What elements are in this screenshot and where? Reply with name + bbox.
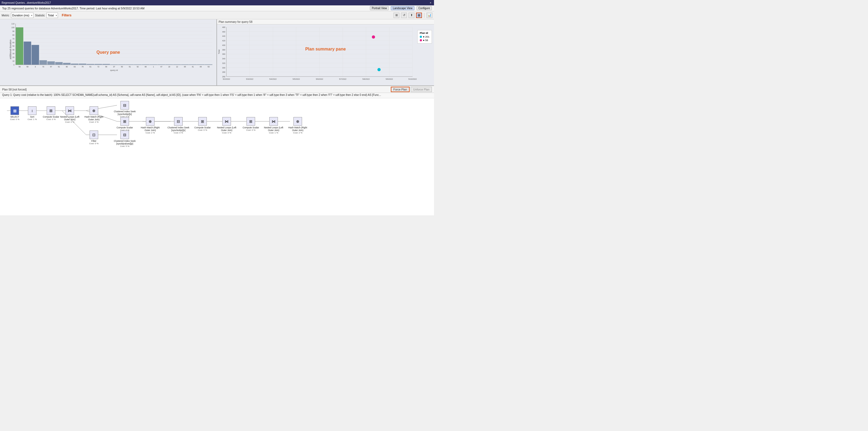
portrait-view-btn[interactable]: Portrait View — [370, 6, 389, 10]
svg-text:320: 320 — [222, 62, 225, 64]
svg-rect-58 — [142, 64, 149, 65]
plan-node-compute2[interactable]: ⊞Compute ScalarCost: 0 % — [113, 117, 137, 131]
svg-text:5/9/2022: 5/9/2022 — [386, 78, 393, 80]
plan-node-cost-nested1: Cost: 0 % — [65, 121, 74, 123]
plan-node-cost-sort: Cost: 1 % — [28, 118, 37, 121]
svg-rect-48 — [102, 64, 110, 65]
plan-node-icon-hashmatch3: ⊕ — [293, 117, 302, 126]
configure-btn[interactable]: Configure — [416, 6, 432, 10]
svg-text:query id: query id — [110, 69, 118, 71]
plan-node-cost-clustered3: Cost: 5 % — [120, 145, 129, 147]
svg-text:5/7/2022: 5/7/2022 — [339, 78, 346, 80]
svg-text:50: 50 — [121, 66, 123, 68]
svg-text:260: 260 — [222, 76, 225, 78]
landscape-view-btn[interactable]: Landscape View — [391, 6, 414, 10]
plan-node-cost-nested3: Cost: 1 % — [269, 132, 278, 134]
plan-node-icon-nested2: ⋈ — [222, 117, 231, 126]
svg-text:30: 30 — [12, 53, 14, 55]
svg-rect-50 — [110, 64, 118, 65]
svg-text:50: 50 — [12, 45, 14, 47]
plan-node-compute3[interactable]: ⊞Compute ScalarCost: 0 % — [190, 117, 215, 131]
plan-node-label-nested3: Nested Loops (Left Outer Join) — [261, 126, 286, 132]
svg-text:440: 440 — [222, 35, 225, 37]
plan-node-icon-hashmatch2: ⊕ — [146, 117, 155, 126]
plan-node-label-clustered1: Clustered Index Seek [sysclsobjs][s] — [113, 110, 137, 115]
main-content: additional duration 01020304050607080901… — [0, 19, 434, 216]
plan-node-cost-nested2: Cost: 0 % — [222, 132, 231, 134]
query-chart-area: additional duration 01020304050607080901… — [0, 19, 216, 80]
plan-node-icon-sort: ↕ — [28, 106, 36, 115]
svg-rect-42 — [79, 64, 86, 65]
svg-text:10: 10 — [168, 66, 170, 68]
scatter-svg: 2602803003203403603804004204404604805/2/… — [217, 24, 434, 85]
statistic-select-wrapper[interactable]: Total — [46, 12, 58, 18]
plan-info-text: Plan 58 [not forced] — [2, 88, 27, 91]
svg-text:5/4/2022: 5/4/2022 — [269, 78, 277, 80]
unforce-plan-button[interactable]: Unforce Plan — [411, 87, 432, 92]
svg-text:57: 57 — [50, 66, 52, 68]
svg-rect-72 — [197, 64, 205, 65]
statistic-label: Statistic — [35, 14, 45, 17]
plan-node-label-select: SELECT — [10, 115, 19, 118]
force-plan-button[interactable]: Force Plan — [391, 87, 410, 92]
plan-node-nested1[interactable]: ⋈Nested Loops (Left Outer Join)Cost: 0 % — [58, 106, 82, 123]
svg-text:75: 75 — [82, 66, 84, 68]
svg-rect-52 — [118, 64, 126, 65]
grid-icon-btn[interactable]: ⊞ — [394, 12, 399, 18]
svg-text:Total: Total — [218, 50, 220, 54]
top-info-text: Top 25 regressed queries for database Ad… — [2, 7, 144, 10]
export-icon-btn[interactable]: ⬆ — [408, 12, 414, 18]
plan-node-icon-clustered1: ⊟ — [120, 101, 129, 110]
filters-label: Filters — [62, 13, 71, 17]
close-button[interactable]: × — [429, 1, 432, 4]
plan-node-cost-select: Cost: 0 % — [10, 118, 20, 121]
window-title: Regressed Queries...dventureWorks2017 — [2, 1, 429, 4]
svg-text:63: 63 — [74, 66, 76, 68]
table-icon-btn[interactable]: ▦ — [416, 12, 422, 18]
toolbar: Metric Duration (ms) Statistic Total Fil… — [0, 11, 434, 19]
svg-text:300: 300 — [222, 67, 225, 69]
metric-select[interactable]: Duration (ms) — [11, 12, 34, 18]
plan-node-icon-hashmatch1: ⊕ — [90, 106, 98, 115]
refresh-icon-btn[interactable]: ↺ — [401, 12, 407, 18]
statistic-select[interactable]: Total — [46, 12, 58, 18]
plan-info-bar: Plan 58 [not forced] Force Plan Unforce … — [0, 86, 434, 93]
metric-select-wrapper[interactable]: Duration (ms) — [11, 12, 34, 18]
svg-text:5/6/2022: 5/6/2022 — [316, 78, 323, 80]
svg-text:90: 90 — [12, 30, 14, 32]
svg-rect-44 — [87, 64, 94, 65]
svg-rect-36 — [55, 62, 63, 65]
graphical-plan-pane[interactable]: Graphical query plan pane ▦SELECTCost: 0… — [0, 98, 434, 216]
plan-node-clustered3[interactable]: ⊟Clustered Index Seek [sysobjvalues][p]C… — [113, 131, 137, 147]
svg-text:41: 41 — [192, 66, 194, 68]
plan-actions: Force Plan Unforce Plan — [391, 87, 432, 92]
query-text-bar: Query 1: Query cost (relative to the bat… — [0, 93, 434, 98]
plan-node-hashmatch1[interactable]: ⊕Hash Match (Right Outer Join)Cost: 2 % — [82, 106, 106, 123]
bar-chart-icon-btn[interactable]: 📊 — [427, 12, 432, 18]
svg-rect-28 — [24, 41, 31, 65]
svg-text:91: 91 — [58, 66, 60, 68]
bar-chart-svg: 0102030405060708090100110585937357916063… — [8, 21, 214, 71]
plan-node-nested2[interactable]: ⋈Nested Loops (Left Outer Join)Cost: 0 % — [215, 117, 239, 134]
svg-text:100: 100 — [11, 27, 14, 28]
svg-rect-62 — [157, 64, 165, 65]
svg-text:5/10/2022: 5/10/2022 — [408, 78, 416, 80]
plan-node-cost-filter: Cost: 0 % — [89, 142, 99, 145]
plan-node-cost-hashmatch2: Cost: 2 % — [146, 132, 155, 134]
plan-node-filter[interactable]: ⊡FilterCost: 0 % — [82, 131, 106, 145]
plan-node-hashmatch2[interactable]: ⊕Hash Match (Right Outer Join)Cost: 2 % — [138, 117, 162, 134]
plan-node-hashmatch3[interactable]: ⊕Hash Match (Right Outer Join)Cost: 2 % — [286, 117, 310, 134]
svg-text:37: 37 — [113, 66, 115, 68]
plan-node-nested3[interactable]: ⋈Nested Loops (Left Outer Join)Cost: 1 % — [261, 117, 286, 134]
plan-node-icon-filter: ⊡ — [90, 131, 98, 139]
svg-text:40: 40 — [12, 49, 14, 51]
plan-node-clustered2[interactable]: ⊟Clustered Index Seek [sysclsobjs][s]Cos… — [166, 117, 190, 134]
svg-text:20: 20 — [12, 56, 14, 58]
plan-node-cost-compute3: Cost: 0 % — [198, 129, 207, 131]
plan-node-label-hashmatch1: Hash Match (Right Outer Join) — [82, 115, 106, 121]
plan-node-clustered1[interactable]: ⊟Clustered Index Seek [sysclsobjs][s]Cos… — [113, 101, 137, 118]
plan-node-compute4[interactable]: ⊞Compute ScalarCost: 0 % — [239, 117, 263, 131]
plan-node-cost-hashmatch1: Cost: 2 % — [89, 121, 99, 123]
plan-node-label-nested2: Nested Loops (Left Outer Join) — [215, 126, 239, 132]
plan-node-label-clustered3: Clustered Index Seek [sysobjvalues][p] — [113, 140, 137, 145]
